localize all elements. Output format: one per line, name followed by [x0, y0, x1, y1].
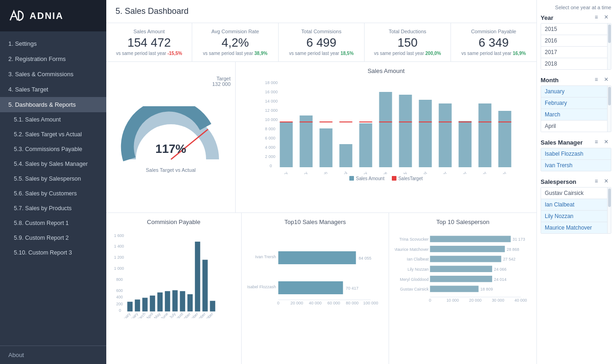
salesperson-filter-clear-icon[interactable]: ✕: [604, 178, 611, 185]
year-filter-icons: ≡ ✕: [595, 14, 611, 21]
top-managers-svg: Ivan Trersh 84 055 Isabel Flozzash 70 41…: [247, 228, 384, 318]
svg-rect-59: [142, 298, 147, 312]
salesperson-filter-icons: ≡ ✕: [595, 178, 611, 185]
sidebar-item-sub-custom2[interactable]: 5.9. Custom Report 2: [0, 231, 106, 245]
salesperson-filter-section: Salesperson ≡ ✕ Gustav Cairsick Ian Clal…: [541, 178, 611, 234]
svg-text:1 000: 1 000: [114, 267, 124, 271]
sidebar-item-sales-target[interactable]: 4. Sales Target: [0, 82, 106, 97]
salesperson-item-gustav[interactable]: Gustav Cairsick: [541, 188, 611, 199]
svg-rect-68: [210, 301, 215, 312]
sidebar-item-sales-commissions[interactable]: 3. Sales & Commissions: [0, 67, 106, 82]
year-item-2018[interactable]: 2018: [541, 58, 611, 69]
svg-text:24 014: 24 014: [494, 277, 506, 282]
kpi-total-commissions-compare-text: vs same period last year: [289, 51, 339, 56]
year-filter-clear-icon[interactable]: ✕: [604, 14, 611, 21]
svg-rect-15: [340, 144, 353, 167]
year-item-2016[interactable]: 2016: [541, 35, 611, 47]
svg-rect-110: [430, 286, 479, 292]
svg-text:Maurice Matchover: Maurice Matchover: [395, 247, 429, 252]
salesperson-filter-list-icon[interactable]: ≡: [595, 178, 602, 185]
sidebar-logo: ADNIA: [0, 0, 106, 31]
svg-text:February: February: [293, 170, 309, 174]
svg-rect-64: [180, 291, 185, 312]
svg-text:84 055: 84 055: [359, 256, 371, 261]
manager-filter-list-icon[interactable]: ≡: [595, 139, 602, 146]
svg-rect-65: [188, 294, 193, 311]
svg-text:September: September: [430, 170, 448, 174]
commission-bar-chart-svg: 1 600 1 400 1 200 1 000 800 600 400 200 …: [112, 228, 236, 318]
svg-text:70 417: 70 417: [346, 286, 359, 291]
svg-text:0: 0: [277, 301, 280, 305]
rp-hint: Select one year at a time: [541, 5, 611, 10]
svg-text:October: October: [454, 170, 468, 174]
svg-text:Ivan Trersh: Ivan Trersh: [255, 255, 276, 259]
manager-filter-icons: ≡ ✕: [595, 139, 611, 146]
charts-row2: Commision Payable 1 600 1 400 1 200 1 00…: [106, 213, 536, 364]
svg-text:30 000: 30 000: [492, 298, 505, 303]
sidebar-item-sub-sales-manager[interactable]: 5.4. Sales by Sales Manager: [0, 157, 106, 171]
svg-text:10 000: 10 000: [447, 298, 459, 303]
sidebar-about[interactable]: About: [0, 346, 106, 364]
kpi-row: Sales Amount 154 472 vs same period last…: [106, 23, 536, 62]
svg-text:20 000: 20 000: [469, 298, 482, 303]
sidebar-item-dashboards[interactable]: 5. Dashboards & Reports: [0, 97, 106, 112]
sidebar-item-sub-custom3[interactable]: 5.10. Custom Report 3: [0, 245, 106, 260]
svg-text:January: January: [275, 170, 289, 174]
kpi-total-commissions: Total Commisions 6 499 vs same period la…: [279, 23, 365, 61]
year-item-2017[interactable]: 2017: [541, 47, 611, 58]
svg-rect-13: [300, 115, 313, 167]
year-item-2015[interactable]: 2015: [541, 24, 611, 35]
month-filter-list-icon[interactable]: ≡: [595, 76, 602, 84]
top-managers-chart-panel: Top10 Sales Managers Ivan Trersh 84 055 …: [242, 213, 390, 364]
manager-item-isabel[interactable]: Isabel Flozzash: [541, 148, 611, 160]
svg-text:16 000: 16 000: [265, 90, 278, 94]
svg-text:100 000: 100 000: [363, 301, 378, 305]
sidebar-item-registration[interactable]: 2. Registration Forms: [0, 51, 106, 67]
charts-area: Target 132 000 117% Sales Target vs Actu…: [106, 62, 536, 364]
sidebar-item-sub-custom1[interactable]: 5.8. Custom Report 1: [0, 216, 106, 231]
sidebar-item-sub-commissions-payable[interactable]: 5.3. Commissions Payable: [0, 142, 106, 157]
month-item-january[interactable]: January: [541, 86, 611, 97]
svg-text:80 000: 80 000: [346, 301, 359, 305]
month-item-april[interactable]: April: [541, 121, 611, 132]
svg-rect-57: [127, 302, 132, 311]
top-salesperson-svg: Trina Scovucker 31 173 Maurice Matchover…: [395, 228, 531, 318]
sidebar-item-sub-sales-amount[interactable]: 5.1. Sales Amount: [0, 112, 106, 127]
month-filter-header: Month ≡ ✕: [541, 76, 611, 84]
svg-text:28 868: 28 868: [507, 247, 519, 252]
month-item-march[interactable]: March: [541, 109, 611, 121]
salesperson-item-lily[interactable]: Lily Nozzan: [541, 211, 611, 222]
month-filter-list: January February March April: [541, 85, 611, 132]
manager-item-ivan[interactable]: Ivan Trersh: [541, 160, 611, 171]
svg-text:0: 0: [429, 298, 432, 303]
svg-text:Trina Scovucker: Trina Scovucker: [400, 237, 429, 242]
sidebar-item-settings[interactable]: 1. Settings: [0, 36, 106, 51]
kpi-total-commissions-value: 6 499: [286, 36, 357, 49]
sidebar-item-sub-sales-target[interactable]: 5.2. Sales Target vs Actual: [0, 127, 106, 142]
month-filter-clear-icon[interactable]: ✕: [604, 76, 611, 84]
manager-filter-clear-icon[interactable]: ✕: [604, 139, 611, 146]
svg-rect-82: [278, 251, 356, 264]
commission-chart-title: Commision Payable: [147, 218, 201, 225]
sidebar-item-sub-customers[interactable]: 5.6. Sales by Customers: [0, 186, 106, 201]
sidebar-item-sub-salesperson[interactable]: 5.5. Sales by Salesperson: [0, 171, 106, 186]
svg-text:40 000: 40 000: [309, 301, 322, 305]
sales-chart-legend: Sales Amount SalesTarget: [349, 176, 423, 181]
year-filter-list-icon[interactable]: ≡: [595, 14, 602, 21]
sidebar-item-sub-products[interactable]: 5.7. Sales by Products: [0, 201, 106, 216]
gauge-sub-label: Sales Target vs Actual: [146, 167, 195, 173]
svg-text:24 066: 24 066: [494, 267, 506, 272]
salesperson-item-maurice[interactable]: Maurice Matchover: [541, 222, 611, 233]
svg-text:18 809: 18 809: [481, 287, 493, 292]
kpi-sales-amount-value: 154 472: [114, 36, 184, 49]
svg-text:June: June: [378, 170, 388, 174]
sales-chart-title: Sales Amount: [367, 67, 404, 74]
month-item-february[interactable]: February: [541, 97, 611, 109]
kpi-sales-amount-change: -15,5%: [167, 51, 182, 56]
top-salesperson-chart-panel: Top 10 Salesperson Trina Scovucker 31 17…: [389, 213, 536, 364]
main-content: 5. Sales Dashboard Sales Amount 154 472 …: [106, 0, 536, 364]
salesperson-item-ian[interactable]: Ian Clalbeat: [541, 199, 611, 211]
sidebar: ADNIA 1. Settings 2. Registration Forms …: [0, 0, 106, 364]
svg-rect-14: [320, 128, 333, 167]
svg-text:800: 800: [116, 278, 123, 282]
